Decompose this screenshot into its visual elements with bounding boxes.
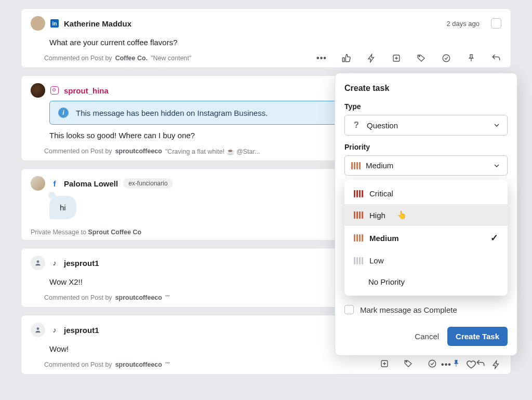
pin-icon[interactable] [466,53,476,63]
avatar[interactable] [31,176,45,191]
option-label: High [369,211,385,220]
avatar[interactable] [31,256,45,270]
panel-title: Create task [344,84,508,93]
card-header: in Katherine Maddux 2 days ago [31,16,501,31]
meta-prefix: Commented on Post by [44,361,112,368]
chevron-down-icon [493,162,501,170]
svg-point-7 [429,360,436,367]
meta-row: Commented on Post by Coffee Co. "New con… [44,53,501,63]
note-icon[interactable] [391,53,402,63]
meta-quote: "New content" [151,55,191,62]
tiktok-icon: ♪ [50,326,59,334]
option-label: Medium [369,234,399,243]
thumbs-up-icon[interactable] [341,53,352,63]
priority-option-critical[interactable]: Critical [344,183,508,204]
meta-quote: "" [165,294,170,301]
priority-bars-icon [354,190,363,197]
linkedin-icon: in [50,19,59,28]
cursor-icon: 👆 [397,210,407,220]
check-circle-icon[interactable] [441,53,451,63]
author-name[interactable]: Paloma Lowell [64,179,118,188]
info-icon: i [58,108,69,118]
message-body: What are your current coffee flavors? [49,38,501,47]
type-select[interactable]: ? Question [344,115,508,136]
note-icon[interactable] [380,359,389,368]
author-name[interactable]: jesprout1 [64,259,99,268]
svg-point-4 [37,327,39,330]
user-tag: ex-funcionario [123,178,172,189]
option-label: Low [369,256,384,265]
tag-icon[interactable] [416,53,427,63]
meta-prefix: Private Message to [31,229,88,236]
banner-text: This message has been hidden on Instagra… [76,109,268,117]
priority-bars-icon [354,211,363,219]
action-bar: ••• [316,53,501,63]
priority-dropdown: Critical High 👆 Medium ✓ Low No Priority [344,180,508,296]
option-label: Critical [369,189,393,198]
create-task-panel: Create task Type ? Question Priority Med… [335,73,517,356]
priority-label: Priority [344,143,508,151]
reply-icon[interactable] [475,358,486,369]
mark-complete-checkbox[interactable] [344,305,354,314]
tiktok-icon: ♪ [50,259,59,267]
cancel-button[interactable]: Cancel [415,332,439,341]
priority-bars-icon [354,257,363,264]
meta-prefix: Commented on Post by [44,148,112,155]
avatar[interactable] [31,323,45,337]
tag-icon[interactable] [404,359,413,368]
meta-quote: "Craving a flat white! ☕ @Star... [165,148,260,155]
meta-source[interactable]: sproutcoffeeco [115,294,162,301]
priority-option-none[interactable]: No Priority [344,271,508,292]
author-name[interactable]: jesprout1 [64,326,99,335]
select-checkbox[interactable] [491,18,501,29]
meta-source[interactable]: sproutcoffeeco [115,148,162,155]
svg-point-1 [419,56,420,57]
type-label: Type [344,102,508,111]
panel-footer: Cancel Create Task [344,327,508,346]
avatar[interactable] [31,16,45,31]
check-circle-icon[interactable] [428,359,437,368]
instagram-icon [50,86,59,95]
priority-select[interactable]: Medium [344,155,508,176]
create-task-button[interactable]: Create Task [447,327,508,346]
action-bar-extra [380,358,486,369]
svg-point-2 [443,55,450,62]
message-bubble: hi [49,196,76,219]
pin-icon[interactable] [451,359,461,368]
mark-complete-label: Mark message as Complete [360,305,457,314]
priority-option-high[interactable]: High 👆 [344,204,508,226]
question-icon: ? [351,121,362,130]
svg-point-6 [406,361,407,362]
facebook-icon: f [50,179,59,188]
priority-bars-icon [351,162,361,169]
mark-complete-row[interactable]: Mark message as Complete [344,305,508,314]
bolt-icon[interactable] [366,53,377,63]
priority-option-medium[interactable]: Medium ✓ [344,226,508,250]
message-card: in Katherine Maddux 2 days ago What are … [21,8,511,68]
priority-option-low[interactable]: Low [344,250,508,271]
meta-source[interactable]: Sprout Coffee Co [88,229,141,236]
meta-quote: "" [165,361,170,368]
reply-icon[interactable] [491,53,501,63]
check-icon: ✓ [490,232,498,244]
meta-source[interactable]: sproutcoffeeco [115,361,162,368]
meta-prefix: Commented on Post by [44,55,112,62]
type-value: Question [367,121,398,130]
priority-bars-icon [354,234,363,242]
bolt-icon[interactable] [491,359,501,370]
timestamp: 2 days ago [446,20,480,28]
meta-source[interactable]: Coffee Co. [115,55,148,62]
chevron-down-icon [493,121,501,129]
avatar[interactable] [31,83,45,98]
svg-point-3 [37,260,39,263]
option-label: No Priority [368,277,405,286]
priority-value: Medium [366,161,393,170]
author-name[interactable]: Katherine Maddux [64,19,131,28]
meta-prefix: Commented on Post by [44,294,112,301]
more-icon[interactable]: ••• [316,53,327,63]
author-name[interactable]: sprout_hina [64,86,109,95]
